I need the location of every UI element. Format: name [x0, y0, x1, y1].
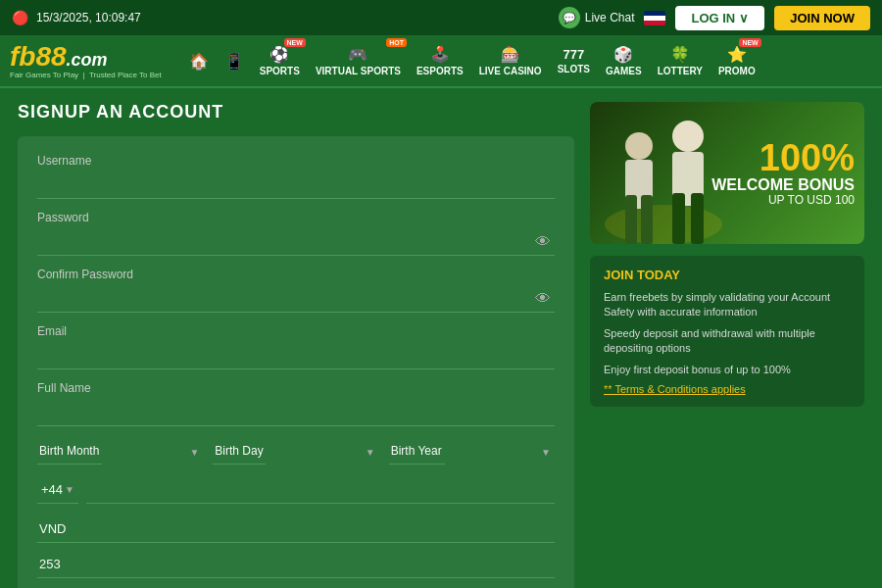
username-label: Username: [37, 154, 555, 168]
phone-row: +44 ▼: [37, 476, 555, 504]
birth-month-select[interactable]: Birth Month JanuaryFebruaryMarch AprilMa…: [37, 438, 102, 465]
chat-icon: 💬: [559, 7, 580, 28]
nav-esports[interactable]: 🕹️ ESPORTS: [409, 34, 471, 87]
confirm-password-wrap: 👁: [37, 285, 555, 313]
birth-month-chevron-icon: ▼: [189, 446, 199, 457]
promo-label: PROMO: [718, 66, 756, 76]
lottery-icon: 🍀: [670, 45, 690, 64]
join-today-label: JOIN TODAY: [604, 268, 851, 282]
logo-main: fb88: [10, 41, 67, 72]
join-button[interactable]: JOIN NOW: [774, 6, 870, 30]
nav-home[interactable]: 🏠: [181, 34, 217, 87]
promo-banner: 100% WELCOME BONUS UP TO USD 100: [590, 102, 864, 244]
email-label: Email: [37, 324, 555, 338]
birth-day-chevron-icon: ▼: [366, 446, 375, 457]
promo-point-3: Enjoy first deposit bonus of up to 100%: [604, 363, 851, 377]
promo-point-1: Earn freebets by simply validating your …: [604, 290, 851, 320]
top-bar-left: 🔴 15/3/2025, 10:09:47: [12, 10, 141, 25]
sports-badge: NEW: [284, 38, 306, 47]
birth-group: Birth Month JanuaryFebruaryMarch AprilMa…: [37, 438, 555, 465]
terms-link[interactable]: ** Terms & Conditions applies: [604, 383, 851, 395]
datetime: 15/3/2025, 10:09:47: [36, 11, 141, 24]
bonus-line1: WELCOME BONUS: [711, 176, 855, 194]
promo-banner-text: 100% WELCOME BONUS UP TO USD 100: [711, 139, 855, 208]
fullname-input[interactable]: [37, 399, 555, 426]
promo-panel: 100% WELCOME BONUS UP TO USD 100 JOIN TO…: [590, 102, 864, 588]
promo-info: JOIN TODAY Earn freebets by simply valid…: [590, 256, 864, 407]
ref-value: 253: [37, 551, 555, 578]
form-card: Username Password 👁 Confirm Password 👁: [18, 136, 574, 588]
uk-flag: 🇬🇧: [644, 11, 665, 25]
confirm-password-label: Confirm Password: [37, 268, 555, 281]
virtual-badge: HOT: [386, 38, 407, 47]
promo-badge: NEW: [739, 38, 760, 47]
svg-rect-8: [691, 193, 704, 244]
currency-row: VND: [37, 515, 555, 543]
password-input[interactable]: [37, 228, 555, 256]
bonus-percent: 100%: [711, 139, 855, 176]
phone-prefix[interactable]: +44 ▼: [37, 476, 78, 504]
nav-slots[interactable]: 777 SLOTS: [550, 34, 598, 87]
promo-icon: ⭐: [727, 45, 747, 64]
confirm-password-group: Confirm Password 👁: [37, 268, 555, 313]
slots-icon: 777: [563, 47, 584, 62]
virtual-icon: 🎮: [348, 45, 368, 64]
email-input[interactable]: [37, 342, 555, 369]
casino-label: LIVE CASINO: [479, 66, 542, 76]
username-input[interactable]: [37, 172, 555, 199]
logo-sub: Fair Games To Play | Trusted Place To Be…: [10, 71, 162, 79]
phone-prefix-value: +44: [41, 482, 63, 497]
lottery-label: LOTTERY: [658, 66, 703, 76]
password-label: Password: [37, 211, 555, 224]
alert-icon: 🔴: [12, 10, 28, 25]
nav-mobile[interactable]: 📱: [217, 34, 252, 87]
nav-sports[interactable]: NEW ⚽ SPORTS: [252, 34, 308, 87]
birth-year-select[interactable]: Birth Year 2000199919981995199019851980: [389, 438, 445, 465]
phone-input[interactable]: [86, 476, 555, 504]
ref-row: 253: [37, 551, 555, 578]
login-button[interactable]: LOG IN ∨: [675, 6, 764, 30]
birth-day-select[interactable]: Birth Day 12345 678910 1520252831: [213, 438, 266, 465]
page-title: SIGNUP AN ACCOUNT: [18, 102, 574, 122]
nav-lottery[interactable]: 🍀 LOTTERY: [650, 34, 710, 87]
login-arrow: ∨: [739, 11, 749, 25]
nav-bar: fb88.com Fair Games To Play | Trusted Pl…: [0, 35, 882, 88]
sports-icon: ⚽: [270, 45, 289, 64]
slots-label: SLOTS: [558, 64, 590, 74]
logo: fb88.com Fair Games To Play | Trusted Pl…: [10, 43, 162, 79]
nav-games[interactable]: 🎲 GAMES: [598, 34, 650, 87]
confirm-password-input[interactable]: [37, 285, 555, 313]
email-group: Email: [37, 324, 555, 369]
phone-prefix-chevron-icon: ▼: [65, 484, 74, 495]
svg-rect-4: [641, 195, 653, 244]
esports-label: ESPORTS: [416, 66, 464, 76]
nav-promo[interactable]: NEW ⭐ PROMO: [710, 34, 763, 87]
esports-icon: 🕹️: [430, 45, 450, 64]
username-group: Username: [37, 154, 555, 199]
form-section: SIGNUP AN ACCOUNT Username Password 👁 Co…: [18, 102, 574, 588]
svg-rect-3: [625, 195, 637, 244]
main-content: SIGNUP AN ACCOUNT Username Password 👁 Co…: [0, 88, 882, 588]
top-bar-right: 💬 Live Chat 🇬🇧 LOG IN ∨ JOIN NOW: [559, 6, 870, 30]
birth-day-wrap: Birth Day 12345 678910 1520252831 ▼: [213, 438, 378, 465]
currency-value: VND: [37, 515, 555, 543]
fullname-group: Full Name: [37, 381, 555, 426]
casino-icon: 🎰: [501, 45, 520, 64]
password-wrap: 👁: [37, 228, 555, 256]
mobile-icon: 📱: [224, 52, 244, 71]
nav-virtual-sports[interactable]: HOT 🎮 VIRTUAL SPORTS: [308, 34, 409, 87]
phone-group: +44 ▼: [37, 476, 555, 504]
bonus-line2: UP TO USD 100: [711, 193, 855, 207]
promo-point-2: Speedy deposit and withdrawal with multi…: [604, 326, 851, 357]
games-icon: 🎲: [613, 45, 633, 64]
nav-live-casino[interactable]: 🎰 LIVE CASINO: [471, 34, 550, 87]
live-chat[interactable]: 💬 Live Chat: [559, 7, 635, 28]
svg-rect-7: [672, 193, 685, 244]
svg-point-1: [625, 132, 653, 160]
sports-label: SPORTS: [260, 66, 300, 76]
birth-year-chevron-icon: ▼: [541, 446, 551, 457]
confirm-eye-icon[interactable]: 👁: [535, 290, 551, 308]
virtual-label: VIRTUAL SPORTS: [316, 66, 401, 76]
password-eye-icon[interactable]: 👁: [535, 233, 551, 251]
top-bar: 🔴 15/3/2025, 10:09:47 💬 Live Chat 🇬🇧 LOG…: [0, 0, 882, 35]
